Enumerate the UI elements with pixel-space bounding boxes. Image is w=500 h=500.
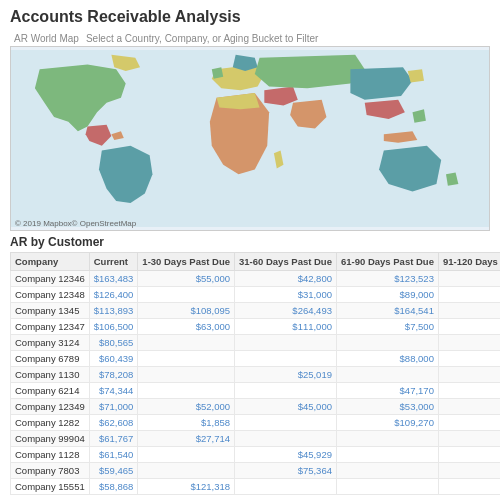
amount-cell	[438, 447, 500, 463]
table-header-row: Company Current 1-30 Days Past Due 31-60…	[11, 253, 501, 271]
table-row[interactable]: Company 12347$106,500$63,000$111,000$7,5…	[11, 319, 501, 335]
amount-cell	[438, 287, 500, 303]
amount-cell	[336, 463, 438, 479]
table-row[interactable]: Company 12348$126,400$31,000$89,000	[11, 287, 501, 303]
amount-cell	[336, 367, 438, 383]
amount-cell: $47,170	[336, 383, 438, 399]
amount-cell	[235, 335, 337, 351]
amount-cell: $52,000	[138, 399, 235, 415]
amount-cell: $61,540	[89, 447, 138, 463]
table-row[interactable]: Company 6789$60,439$88,000	[11, 351, 501, 367]
amount-cell	[138, 383, 235, 399]
amount-cell: $109,270	[336, 415, 438, 431]
table-row[interactable]: Company 99904$61,767$27,714	[11, 431, 501, 447]
amount-cell	[438, 399, 500, 415]
amount-cell: $123,523	[336, 271, 438, 287]
amount-cell: $78,208	[89, 367, 138, 383]
company-cell: Company 3124	[11, 335, 90, 351]
table-row[interactable]: Company 1128$61,540$45,929	[11, 447, 501, 463]
amount-cell	[138, 351, 235, 367]
amount-cell	[438, 463, 500, 479]
company-cell: Company 1282	[11, 415, 90, 431]
table-title: AR by Customer	[10, 235, 490, 249]
amount-cell: $113,893	[89, 303, 138, 319]
company-cell: Company 6214	[11, 383, 90, 399]
amount-cell	[235, 383, 337, 399]
table-row[interactable]: Company 1345$113,893$108,095$264,493$164…	[11, 303, 501, 319]
map-section: AR World Map Select a Country, Company, …	[10, 32, 490, 231]
amount-cell: $164,541	[336, 303, 438, 319]
col-1-30[interactable]: 1-30 Days Past Due	[138, 253, 235, 271]
amount-cell: $89,000	[336, 287, 438, 303]
amount-cell: $53,000	[336, 399, 438, 415]
amount-cell	[138, 335, 235, 351]
table-row[interactable]: Company 3124$80,565	[11, 335, 501, 351]
table-row[interactable]: Company 1282$62,608$1,858$109,270	[11, 415, 501, 431]
company-cell: Company 12348	[11, 287, 90, 303]
amount-cell	[438, 479, 500, 495]
amount-cell: $63,000	[138, 319, 235, 335]
amount-cell: $42,800	[235, 271, 337, 287]
ar-table: Company Current 1-30 Days Past Due 31-60…	[10, 252, 500, 495]
amount-cell	[235, 479, 337, 495]
amount-cell	[438, 271, 500, 287]
amount-cell: $264,493	[235, 303, 337, 319]
company-cell: Company 1345	[11, 303, 90, 319]
amount-cell: $59,465	[89, 463, 138, 479]
amount-cell	[438, 319, 500, 335]
map-copyright: © 2019 Mapbox© OpenStreetMap	[15, 219, 136, 228]
amount-cell	[438, 351, 500, 367]
amount-cell: $108,095	[138, 303, 235, 319]
col-61-90[interactable]: 61-90 Days Past Due	[336, 253, 438, 271]
col-31-60[interactable]: 31-60 Days Past Due	[235, 253, 337, 271]
amount-cell: $126,400	[89, 287, 138, 303]
col-current[interactable]: Current	[89, 253, 138, 271]
amount-cell	[438, 335, 500, 351]
amount-cell: $58,868	[89, 479, 138, 495]
company-cell: Company 1130	[11, 367, 90, 383]
amount-cell: $55,000	[138, 271, 235, 287]
amount-cell	[138, 447, 235, 463]
amount-cell	[438, 431, 500, 447]
amount-cell: $62,608	[89, 415, 138, 431]
amount-cell: $75,364	[235, 463, 337, 479]
amount-cell: $88,000	[336, 351, 438, 367]
company-cell: Company 6789	[11, 351, 90, 367]
amount-cell	[336, 479, 438, 495]
world-map[interactable]: © 2019 Mapbox© OpenStreetMap	[10, 46, 490, 231]
table-row[interactable]: Company 1130$78,208$25,019	[11, 367, 501, 383]
amount-cell: $45,929	[235, 447, 337, 463]
amount-cell	[438, 383, 500, 399]
amount-cell: $163,483	[89, 271, 138, 287]
amount-cell	[438, 415, 500, 431]
amount-cell	[336, 335, 438, 351]
amount-cell	[138, 287, 235, 303]
amount-cell: $71,000	[89, 399, 138, 415]
col-company[interactable]: Company	[11, 253, 90, 271]
company-cell: Company 12349	[11, 399, 90, 415]
table-row[interactable]: Company 12349$71,000$52,000$45,000$53,00…	[11, 399, 501, 415]
col-91-120[interactable]: 91-120 Days Past Due	[438, 253, 500, 271]
table-row[interactable]: Company 7803$59,465$75,364	[11, 463, 501, 479]
table-section: AR by Customer Company Current 1-30 Days…	[10, 235, 490, 495]
table-body: Company 12346$163,483$55,000$42,800$123,…	[11, 271, 501, 495]
amount-cell	[138, 463, 235, 479]
company-cell: Company 12347	[11, 319, 90, 335]
table-row[interactable]: Company 15551$58,868$121,318	[11, 479, 501, 495]
page-title: Accounts Receivable Analysis	[10, 8, 490, 26]
amount-cell: $80,565	[89, 335, 138, 351]
amount-cell: $126,225	[438, 303, 500, 319]
amount-cell	[235, 351, 337, 367]
amount-cell	[235, 431, 337, 447]
company-cell: Company 15551	[11, 479, 90, 495]
table-row[interactable]: Company 6214$74,344$47,170	[11, 383, 501, 399]
company-cell: Company 12346	[11, 271, 90, 287]
amount-cell	[235, 415, 337, 431]
company-cell: Company 7803	[11, 463, 90, 479]
amount-cell	[438, 367, 500, 383]
amount-cell	[138, 367, 235, 383]
table-row[interactable]: Company 12346$163,483$55,000$42,800$123,…	[11, 271, 501, 287]
amount-cell: $7,500	[336, 319, 438, 335]
amount-cell: $106,500	[89, 319, 138, 335]
amount-cell: $74,344	[89, 383, 138, 399]
